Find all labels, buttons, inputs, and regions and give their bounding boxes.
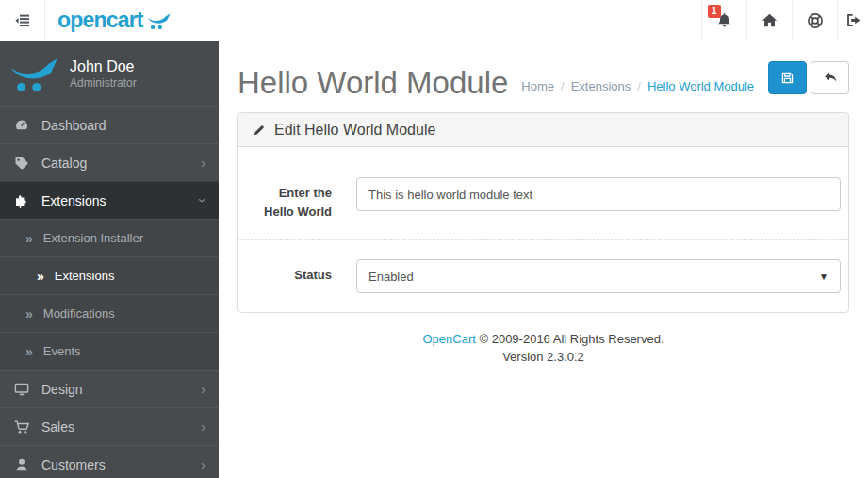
breadcrumb-current[interactable]: Hello World Module: [647, 79, 754, 93]
indent-menu-icon: [14, 13, 31, 28]
version-text: Version 2.3.0.2: [237, 348, 849, 366]
sidebar-nav: Dashboard Catalog ›: [0, 106, 219, 478]
opencart-logo[interactable]: opencart: [57, 0, 172, 41]
home-icon: [762, 12, 778, 28]
profile-role: Administrator: [70, 76, 137, 90]
shopping-cart-icon: [13, 420, 30, 435]
back-reply-icon: [823, 70, 838, 85]
sidebar-item-extensions-sub[interactable]: » Extensions: [0, 256, 219, 294]
profile-name: John Doe: [70, 58, 137, 77]
sidebar-item-label: Sales: [41, 420, 201, 435]
breadcrumb-separator: /: [561, 79, 565, 93]
sidebar-item-label: Extensions: [55, 269, 205, 283]
sidebar-item-design[interactable]: Design ›: [0, 370, 219, 407]
logo-text: opencart: [57, 8, 143, 33]
profile-text: John Doe Administrator: [70, 58, 137, 91]
sidebar: John Doe Administrator Dashboard: [0, 41, 219, 478]
breadcrumb-home[interactable]: Home: [521, 79, 554, 93]
chevron-down-icon: ›: [196, 198, 210, 203]
sidebar-toggle-button[interactable]: [0, 0, 45, 41]
tag-icon: [13, 156, 30, 171]
edit-module-panel: Edit Hello World Module Enter the Hello …: [237, 112, 849, 313]
status-label: Status: [253, 259, 332, 293]
page-actions: [768, 61, 849, 96]
monitor-icon: [13, 382, 30, 397]
chevron-right-icon: ›: [201, 382, 205, 396]
sidebar-item-extensions[interactable]: Extensions ›: [0, 181, 219, 219]
sidebar-item-label: Modifications: [43, 306, 205, 321]
notification-badge: 1: [708, 5, 721, 18]
select-caret-icon: ▼: [819, 272, 828, 282]
status-control: Enabled ▼: [356, 259, 841, 293]
breadcrumb-extensions[interactable]: Extensions: [571, 79, 631, 93]
chevron-right-icon: ›: [201, 457, 205, 471]
sidebar-item-catalog[interactable]: Catalog ›: [0, 143, 219, 181]
sidebar-item-label: Catalog: [41, 156, 201, 171]
sidebar-item-customers[interactable]: Customers ›: [0, 445, 219, 478]
status-group: Status Enabled ▼: [238, 239, 848, 312]
topbar-spacer: [172, 0, 701, 41]
sidebar-item-label: Extension Installer: [43, 231, 205, 245]
main-content: Hello World Module Home / Extensions / H…: [219, 41, 868, 478]
life-ring-icon: [807, 12, 824, 29]
chevron-right-icon: ›: [201, 156, 205, 170]
sidebar-item-label: Dashboard: [41, 118, 205, 133]
save-floppy-icon: [780, 71, 794, 85]
sidebar-item-extension-installer[interactable]: » Extension Installer: [0, 219, 219, 256]
opencart-footer-link[interactable]: OpenCart: [422, 332, 475, 346]
sidebar-item-label: Extensions: [41, 193, 201, 208]
angle-double-right-icon: »: [25, 231, 33, 246]
panel-heading-title: Edit Hello World Module: [274, 122, 435, 139]
support-button[interactable]: [792, 0, 837, 41]
user-profile[interactable]: John Doe Administrator: [0, 41, 219, 106]
save-button[interactable]: [768, 61, 807, 94]
angle-double-right-icon: »: [25, 344, 33, 359]
pencil-icon: [253, 124, 266, 137]
page-title: Hello World Module: [237, 67, 508, 100]
panel-heading: Edit Hello World Module: [238, 113, 848, 147]
chevron-right-icon: ›: [201, 420, 205, 434]
hello-world-text-label: Enter the Hello World: [253, 177, 332, 221]
status-select[interactable]: Enabled ▼: [356, 259, 841, 293]
user-icon: [13, 457, 30, 472]
logout-button[interactable]: [837, 0, 868, 41]
sidebar-item-sales[interactable]: Sales ›: [0, 407, 219, 445]
panel-body: Enter the Hello World Status Enabled ▼: [238, 147, 848, 312]
hello-world-text-group: Enter the Hello World: [238, 158, 848, 239]
sidebar-item-label: Events: [43, 344, 205, 358]
angle-double-right-icon: »: [25, 306, 33, 321]
cart-swoosh-icon: [147, 10, 172, 31]
notifications-button[interactable]: 1: [701, 0, 746, 41]
sign-out-icon: [845, 12, 861, 28]
angle-double-right-icon: »: [37, 269, 44, 284]
sidebar-item-label: Design: [41, 382, 201, 397]
cart-swoosh-icon-large: [9, 52, 60, 95]
sidebar-item-dashboard[interactable]: Dashboard: [0, 106, 219, 143]
main-row: John Doe Administrator Dashboard: [0, 41, 868, 478]
opencart-admin: opencart 1: [0, 0, 868, 478]
page-footer: OpenCart © 2009-2016 All Rights Reserved…: [237, 330, 849, 366]
breadcrumb: Home / Extensions / Hello World Module: [521, 79, 754, 100]
page-header: Hello World Module Home / Extensions / H…: [237, 41, 849, 100]
back-button[interactable]: [811, 61, 849, 94]
puzzle-icon: [13, 193, 30, 208]
breadcrumb-separator: /: [637, 79, 641, 93]
copyright-line: OpenCart © 2009-2016 All Rights Reserved…: [237, 330, 849, 348]
copyright-text: © 2009-2016 All Rights Reserved.: [479, 332, 663, 346]
hello-world-text-control: [356, 177, 841, 221]
sidebar-item-modifications[interactable]: » Modifications: [0, 294, 219, 332]
sidebar-item-events[interactable]: » Events: [0, 332, 219, 370]
home-button[interactable]: [746, 0, 792, 41]
dashboard-icon: [13, 118, 30, 133]
hello-world-text-input[interactable]: [356, 177, 841, 211]
topbar: opencart 1: [0, 0, 868, 41]
status-selected-value: Enabled: [368, 270, 819, 284]
sidebar-item-label: Customers: [41, 457, 201, 472]
